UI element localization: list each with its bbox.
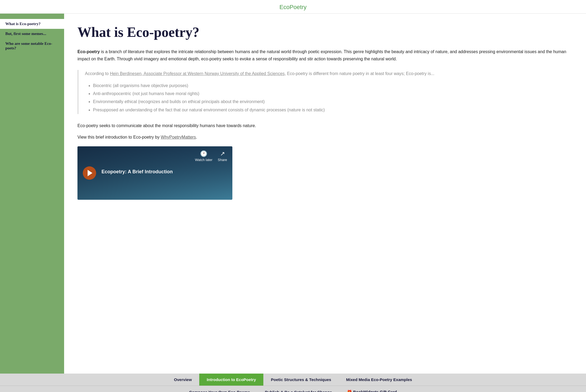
intro-link-suffix: . — [196, 135, 197, 139]
sidebar-item-what-is-eco-poetry[interactable]: What is Eco-poetry? — [0, 19, 64, 29]
bottom-nav-row-1: OverviewIntroduction to EcoPoetryPoetic … — [0, 374, 586, 386]
share-button[interactable]: ↗ Share — [218, 150, 227, 162]
nav-item-introduction[interactable]: Introduction to EcoPoetry — [199, 374, 263, 386]
nav-item-bookwidgets[interactable]: 🎁 BookWidgets Gift Card — [339, 386, 404, 392]
top-header: EcoPoetry — [0, 0, 586, 14]
nav-item-poetic-structures[interactable]: Poetic Structures & Techniques — [263, 374, 339, 386]
blockquote-intro: According to Hein Berdinesen, Associate … — [85, 70, 570, 77]
page-title: What is Eco-poetry? — [77, 24, 570, 40]
video-actions: 🕐 Watch later ↗ Share — [195, 150, 227, 162]
main-content: What is Eco-poetry? Eco-poetry is a bran… — [64, 14, 586, 374]
nav-item-compose[interactable]: Compose Your Own Eco-Poems — [182, 386, 257, 392]
blockquote-prefix: According to — [85, 71, 110, 76]
list-item: Environmentally ethical (recognizes and … — [93, 98, 570, 106]
blockquote-suffix: , Eco-poetry is different from nature po… — [285, 71, 435, 76]
main-layout: What is Eco-poetry?But, first some memes… — [0, 14, 586, 374]
site-title: EcoPoetry — [279, 4, 307, 10]
intro-paragraph: Eco-poetry is a branch of literature tha… — [77, 48, 570, 62]
moral-text: Eco-poetry seeks to communicate about th… — [77, 122, 570, 129]
blockquote-list: Biocentric (all organisms have objective… — [88, 82, 570, 114]
video-info: Ecopoetry: A Brief Introduction — [96, 164, 232, 182]
blockquote-link[interactable]: Hein Berdinesen, Associate Professor at … — [110, 71, 284, 76]
watch-later-icon: 🕐 — [195, 150, 212, 157]
bottom-nav: OverviewIntroduction to EcoPoetryPoetic … — [0, 374, 586, 392]
blockquote-section: According to Hein Berdinesen, Associate … — [77, 70, 570, 114]
share-label: Share — [218, 158, 227, 162]
share-icon: ↗ — [218, 150, 227, 157]
video-title: Ecopoetry: A Brief Introduction — [101, 169, 227, 175]
watch-later-button[interactable]: 🕐 Watch later — [195, 150, 212, 162]
nav-item-publish[interactable]: Publish & Be a Catalyst for Change — [257, 386, 339, 392]
eco-poetry-bold: Eco-poetry — [77, 49, 100, 54]
sidebar-item-notable-eco-poets[interactable]: Who are some notable Eco-poets? — [0, 39, 64, 53]
nav-item-overview[interactable]: Overview — [166, 374, 199, 386]
intro-link-paragraph: View this brief introduction to Eco-poet… — [77, 134, 570, 141]
why-poetry-link[interactable]: WhyPoetryMatters — [161, 135, 196, 139]
list-item: Anti-anthropocentric (not just humans ha… — [93, 90, 570, 98]
intro-link-prefix: View this brief introduction to Eco-poet… — [77, 135, 161, 139]
video-container[interactable]: Ecopoetry: A Brief Introduction 🕐 Watch … — [77, 146, 232, 200]
watch-later-label: Watch later — [195, 158, 212, 162]
list-item: Biocentric (all organisms have objective… — [93, 82, 570, 90]
bottom-nav-row-2: Compose Your Own Eco-PoemsPublish & Be a… — [0, 386, 586, 392]
intro-text-rest: is a branch of literature that explores … — [77, 49, 566, 61]
video-play-button[interactable] — [83, 166, 96, 180]
sidebar: What is Eco-poetry?But, first some memes… — [0, 14, 64, 374]
nav-item-mixed-media[interactable]: Mixed Media Eco-Poetry Examples — [339, 374, 420, 386]
list-item: Presupposed an understanding of the fact… — [93, 106, 570, 114]
sidebar-item-first-some-memes[interactable]: But, first some memes... — [0, 29, 64, 39]
